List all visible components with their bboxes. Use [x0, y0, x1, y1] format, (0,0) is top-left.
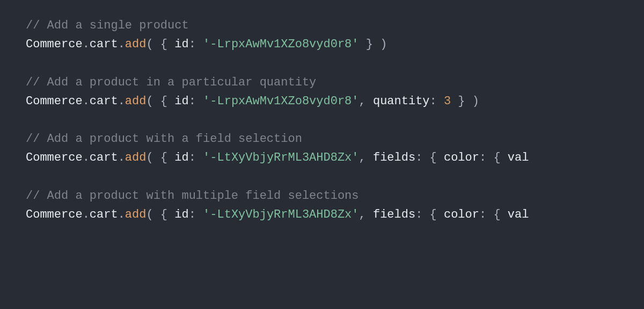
code-token-ident: Commerce: [26, 151, 83, 164]
code-line: [26, 54, 618, 73]
code-token-ident: fields: [373, 208, 415, 221]
code-token-ident: quantity: [373, 95, 430, 108]
code-line: // Add a product with a field selection: [26, 132, 302, 146]
code-token-ident: id: [174, 95, 188, 108]
code-token-punct: ,: [359, 151, 373, 164]
code-token-ident: Commerce: [26, 95, 83, 108]
code-token-punct: .: [118, 208, 125, 221]
code-line: Commerce.cart.add( { id: '-LtXyVbjyRrML3…: [26, 208, 529, 221]
code-token-ident: Commerce: [26, 208, 83, 221]
code-comment: // Add a single product: [26, 19, 189, 32]
code-token-punct: ( {: [146, 151, 174, 164]
code-token-punct: : {: [415, 151, 444, 164]
code-token-ident: color: [444, 151, 479, 164]
code-token-ident: id: [174, 38, 188, 51]
code-line: [26, 168, 618, 186]
code-token-method: add: [125, 151, 147, 164]
code-token-punct: .: [83, 208, 90, 221]
code-token-ident: id: [174, 208, 188, 221]
code-token-punct: ( {: [146, 38, 174, 51]
code-token-punct: :: [430, 95, 444, 108]
code-token-punct: : {: [479, 151, 508, 164]
code-token-punct: :: [189, 151, 203, 164]
code-comment: // Add a product with multiple field sel…: [26, 189, 359, 203]
code-token-punct: .: [118, 38, 125, 51]
code-token-punct: : {: [415, 208, 444, 221]
code-token-punct: .: [83, 38, 90, 51]
code-token-punct: .: [83, 151, 90, 164]
code-token-ident: val: [508, 208, 529, 221]
code-token-punct: .: [118, 95, 125, 108]
code-token-string: '-LrpxAwMv1XZo8vyd0r8': [203, 38, 358, 51]
code-line: Commerce.cart.add( { id: '-LrpxAwMv1XZo8…: [26, 95, 479, 108]
code-line: // Add a single product: [26, 19, 189, 32]
code-token-ident: val: [508, 151, 529, 164]
code-token-method: add: [125, 38, 147, 51]
code-token-ident: cart: [90, 38, 118, 51]
code-token-ident: fields: [373, 151, 415, 164]
code-token-ident: cart: [90, 208, 118, 221]
code-token-ident: id: [174, 151, 188, 164]
code-token-punct: } ): [451, 95, 479, 108]
code-token-ident: color: [444, 208, 479, 221]
code-token-punct: :: [189, 95, 203, 108]
code-block[interactable]: // Add a single product Commerce.cart.ad…: [0, 0, 644, 240]
code-token-punct: ,: [359, 208, 373, 221]
code-token-punct: :: [189, 208, 203, 221]
code-token-ident: cart: [90, 95, 118, 108]
code-token-punct: .: [118, 151, 125, 164]
code-token-string: '-LtXyVbjyRrML3AHD8Zx': [203, 151, 358, 164]
code-token-ident: Commerce: [26, 38, 83, 51]
code-line: // Add a product with multiple field sel…: [26, 189, 359, 203]
code-token-punct: :: [189, 38, 203, 51]
code-token-punct: } ): [359, 38, 387, 51]
code-token-punct: : {: [479, 208, 508, 221]
code-token-method: add: [125, 95, 147, 108]
code-comment: // Add a product with a field selection: [26, 132, 302, 146]
code-line: // Add a product in a particular quantit…: [26, 76, 316, 89]
code-comment: // Add a product in a particular quantit…: [26, 76, 316, 89]
code-line: Commerce.cart.add( { id: '-LrpxAwMv1XZo8…: [26, 38, 387, 51]
code-token-ident: cart: [90, 151, 118, 164]
code-token-punct: ,: [359, 95, 373, 108]
code-token-number: 3: [444, 95, 451, 108]
code-token-punct: ( {: [146, 95, 174, 108]
code-token-string: '-LrpxAwMv1XZo8vyd0r8': [203, 95, 358, 108]
code-line: Commerce.cart.add( { id: '-LtXyVbjyRrML3…: [26, 151, 529, 164]
code-token-punct: ( {: [146, 208, 174, 221]
code-token-string: '-LtXyVbjyRrML3AHD8Zx': [203, 208, 358, 221]
code-token-method: add: [125, 208, 147, 221]
code-token-punct: .: [83, 95, 90, 108]
code-line: [26, 111, 618, 130]
